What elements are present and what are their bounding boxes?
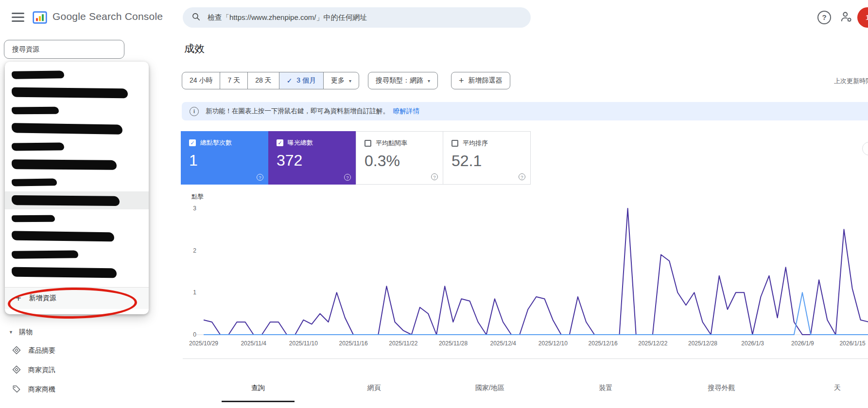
check-icon: ✓ <box>287 77 293 85</box>
redacted-property-name <box>12 107 59 115</box>
metric-card-總點擊次數[interactable]: ✓總點擊次數1? <box>181 131 268 185</box>
sidebar-item-產品摘要[interactable]: 產品摘要 <box>0 341 146 360</box>
chevron-down-icon: ▼ <box>9 330 13 335</box>
sidebar-item-商家商機[interactable]: 商家商機 <box>0 380 146 399</box>
property-list-item[interactable] <box>5 137 149 155</box>
learn-more-link[interactable]: 瞭解詳情 <box>393 107 419 116</box>
info-icon: i <box>190 107 199 116</box>
series-總點擊次數 <box>204 292 868 335</box>
help-icon: ? <box>817 11 831 24</box>
property-list-item[interactable] <box>5 227 149 245</box>
x-tick-label: 2025/10/29 <box>180 340 227 347</box>
metric-card-平均排序[interactable]: 平均排序52.1? <box>443 131 531 185</box>
property-dropdown-panel: + 新增資源 <box>5 62 149 314</box>
search-console-logo-icon[interactable] <box>32 10 48 25</box>
chevron-down-icon: ▾ <box>349 78 351 84</box>
redacted-property-name <box>12 87 128 98</box>
tab-查詢[interactable]: 查詢 <box>222 375 295 402</box>
diamond-icon <box>12 345 28 357</box>
profile-avatar[interactable]: 1 <box>857 7 868 28</box>
date-filter-更多[interactable]: 更多▾ <box>323 72 359 89</box>
checkbox-unchecked-icon[interactable] <box>451 140 458 147</box>
sidebar-item-label: 商家資訊 <box>28 366 55 374</box>
metric-value: 1 <box>189 152 261 170</box>
property-list-item[interactable] <box>5 173 149 191</box>
metric-help-icon[interactable]: ? <box>519 173 525 180</box>
tab-天[interactable]: 天 <box>801 375 868 402</box>
date-filter-label: 7 天 <box>227 76 240 85</box>
banner-text: 新功能！在圖表上按一下滑鼠右鍵，即可為資料新增自訂註解。 <box>206 107 389 116</box>
dimension-tabs: 查詢網頁國家/地區裝置搜尋外觀天 <box>222 375 868 402</box>
metric-card-曝光總數[interactable]: ✓曝光總數372? <box>268 131 356 185</box>
series-曝光總數 <box>204 208 868 335</box>
property-selector[interactable]: 搜尋資源 <box>4 40 124 59</box>
add-property-button[interactable]: + 新增資源 <box>5 288 149 309</box>
property-list-item[interactable] <box>5 102 149 119</box>
property-list-item[interactable] <box>5 66 149 84</box>
metric-value: 52.1 <box>451 152 523 170</box>
date-filter-28 天[interactable]: 28 天 <box>247 72 279 89</box>
redacted-property-name <box>12 250 78 258</box>
redacted-property-name <box>12 178 57 186</box>
property-list-item[interactable] <box>5 84 149 102</box>
notification-count: 1 <box>866 13 868 21</box>
x-tick-label: 2025/11/4 <box>230 340 277 347</box>
metric-help-icon[interactable]: ? <box>431 173 438 180</box>
performance-chart-area <box>196 199 868 341</box>
checkbox-checked-icon[interactable]: ✓ <box>189 139 196 146</box>
tab-搜尋外觀[interactable]: 搜尋外觀 <box>685 375 758 402</box>
plus-icon: + <box>459 76 464 86</box>
metric-value: 0.3% <box>365 152 436 170</box>
new-feature-banner: i 新功能！在圖表上按一下滑鼠右鍵，即可為資料新增自訂註解。 瞭解詳情 <box>182 102 868 120</box>
new-filter-chip[interactable]: +新增篩選器 <box>451 72 510 89</box>
sidebar-item-商家資訊[interactable]: 商家資訊 <box>0 360 146 380</box>
property-list <box>5 66 149 281</box>
metric-label: 總點擊次數 <box>200 138 232 147</box>
date-filter-7 天[interactable]: 7 天 <box>220 72 248 89</box>
sidebar-section-shopping[interactable]: ▼ 購物 <box>0 323 146 341</box>
metric-cards-row: ✓總點擊次數1?✓曝光總數372?平均點閱率0.3%?平均排序52.1? <box>181 131 531 185</box>
x-tick-label: 2026/1/9 <box>779 340 826 347</box>
property-list-item[interactable] <box>5 155 149 173</box>
metric-help-icon[interactable]: ? <box>344 174 351 181</box>
edge-cut-circle-icon[interactable] <box>862 142 868 155</box>
shopping-section: ▼ 購物 產品摘要商家資訊商家商機 <box>0 323 146 399</box>
date-filter-label: 更多 <box>331 76 345 85</box>
app-title: Google Search Console <box>52 11 163 22</box>
tab-網頁[interactable]: 網頁 <box>337 375 410 402</box>
metric-value: 372 <box>277 152 349 170</box>
tab-國家/地區[interactable]: 國家/地區 <box>453 375 526 402</box>
settings-button[interactable] <box>840 10 853 24</box>
shopping-section-label: 購物 <box>19 328 33 337</box>
y-tick-label: 3 <box>183 204 196 212</box>
date-filter-3 個月[interactable]: ✓3 個月 <box>279 72 324 89</box>
url-inspection-input[interactable]: 檢查「https://www.zhenpipe.com/」中的任何網址 <box>183 7 531 28</box>
y-tick-label: 2 <box>183 247 196 255</box>
property-list-item[interactable] <box>5 119 149 137</box>
redacted-property-name <box>12 231 114 242</box>
property-list-item[interactable] <box>5 263 149 281</box>
x-tick-label: 2026/1/15 <box>829 340 868 347</box>
search-type-filter-chip[interactable]: 搜尋類型：網路▾ <box>368 72 438 89</box>
checkbox-unchecked-icon[interactable] <box>365 140 371 147</box>
help-button[interactable]: ? <box>817 11 831 24</box>
metric-help-icon[interactable]: ? <box>257 174 263 181</box>
tab-裝置[interactable]: 裝置 <box>569 375 642 402</box>
property-list-item[interactable] <box>5 191 149 209</box>
property-selector-label: 搜尋資源 <box>12 45 39 54</box>
property-list-item[interactable] <box>5 245 149 263</box>
checkbox-checked-icon[interactable]: ✓ <box>277 139 283 146</box>
date-filter-24 小時[interactable]: 24 小時 <box>182 72 220 89</box>
hamburger-menu-icon[interactable] <box>12 13 24 22</box>
metric-card-header: 平均排序 <box>451 139 523 148</box>
search-icon <box>191 12 201 23</box>
new-filter-label: 新增篩選器 <box>469 76 503 85</box>
property-list-item[interactable] <box>5 209 149 227</box>
x-tick-label: 2025/11/10 <box>280 340 327 347</box>
add-property-label: 新增資源 <box>29 294 56 303</box>
search-type-label: 搜尋類型：網路 <box>376 76 423 85</box>
metric-card-平均點閱率[interactable]: 平均點閱率0.3%? <box>356 131 443 185</box>
x-tick-label: 2025/11/22 <box>380 340 427 347</box>
metric-label: 平均排序 <box>463 139 488 148</box>
page-title: 成效 <box>184 42 205 55</box>
